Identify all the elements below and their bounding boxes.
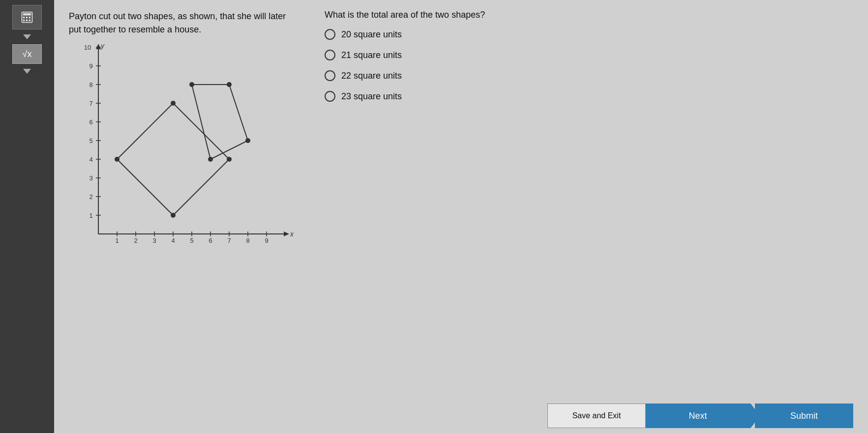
svg-text:7: 7: [227, 237, 231, 244]
radio-circle-2[interactable]: [325, 50, 335, 60]
question-line2: put together to resemble a house.: [69, 25, 201, 34]
bottom-bar: Save and Exit Next Submit: [69, 399, 853, 433]
option-1[interactable]: 20 square units: [325, 29, 485, 40]
y-axis-label: y: [100, 42, 105, 50]
option-3[interactable]: 22 square units: [325, 70, 485, 81]
svg-text:10: 10: [84, 44, 91, 51]
next-button[interactable]: Next: [646, 404, 760, 428]
point-6-4: [208, 157, 213, 162]
svg-text:8: 8: [246, 237, 249, 244]
point-4-1: [171, 213, 176, 218]
point-4-7: [171, 101, 176, 106]
point-7-4: [227, 157, 232, 162]
point-8-5: [245, 138, 250, 143]
x-axis-label: x: [290, 230, 294, 238]
point-1-4: [115, 157, 120, 162]
option-4-label: 23 square units: [341, 91, 402, 102]
coordinate-graph: y x 1 2 3 4 5 6: [69, 42, 295, 254]
sidebar: √x: [0, 0, 54, 433]
svg-text:3: 3: [152, 237, 156, 244]
option-2[interactable]: 21 square units: [325, 50, 485, 60]
svg-rect-3: [26, 17, 28, 19]
radio-circle-4[interactable]: [325, 91, 335, 102]
svg-rect-4: [29, 17, 31, 19]
radio-circle-3[interactable]: [325, 70, 335, 81]
calculator-button[interactable]: [12, 5, 42, 29]
option-2-label: 21 square units: [341, 50, 402, 60]
svg-marker-13: [284, 231, 289, 236]
svg-text:6: 6: [89, 118, 92, 126]
graph-container: y x 1 2 3 4 5 6: [69, 42, 295, 254]
svg-rect-2: [23, 17, 25, 19]
option-3-label: 22 square units: [341, 71, 402, 81]
svg-text:3: 3: [89, 174, 92, 182]
svg-text:2: 2: [134, 237, 137, 244]
svg-rect-7: [29, 20, 31, 22]
svg-text:2: 2: [89, 193, 92, 201]
svg-rect-1: [23, 13, 31, 16]
question-line1: Payton cut out two shapes, as shown, tha…: [69, 11, 286, 21]
svg-text:6: 6: [209, 237, 212, 244]
arrow-down-icon: [23, 34, 31, 39]
svg-text:5: 5: [89, 137, 92, 144]
arrow-down-icon-2: [23, 69, 31, 74]
option-1-label: 20 square units: [341, 29, 402, 40]
question-text: Payton cut out two shapes, as shown, tha…: [69, 10, 295, 36]
svg-text:1: 1: [115, 237, 119, 244]
left-panel: Payton cut out two shapes, as shown, tha…: [69, 10, 295, 399]
svg-text:9: 9: [89, 62, 92, 70]
svg-text:4: 4: [171, 237, 175, 244]
svg-text:9: 9: [265, 237, 268, 244]
svg-text:7: 7: [89, 100, 92, 107]
point-5-8: [189, 82, 194, 87]
svg-text:4: 4: [89, 156, 92, 163]
svg-text:5: 5: [190, 237, 193, 244]
radio-circle-1[interactable]: [325, 29, 335, 40]
save-exit-button[interactable]: Save and Exit: [547, 404, 646, 428]
point-7-8: [227, 82, 232, 87]
svg-text:8: 8: [89, 81, 92, 88]
sqrt-button[interactable]: √x: [12, 44, 42, 64]
svg-rect-9: [98, 47, 285, 234]
sqrt-label: √x: [23, 49, 32, 59]
svg-rect-5: [23, 20, 25, 22]
svg-marker-12: [96, 44, 101, 49]
option-4[interactable]: 23 square units: [325, 91, 485, 102]
submit-button[interactable]: Submit: [755, 404, 853, 428]
svg-text:1: 1: [89, 212, 92, 219]
calculator-icon: [20, 10, 34, 24]
answer-question: What is the total area of the two shapes…: [325, 10, 485, 20]
svg-rect-6: [26, 20, 28, 22]
right-panel: What is the total area of the two shapes…: [325, 10, 485, 399]
main-content: Payton cut out two shapes, as shown, tha…: [54, 0, 868, 433]
question-area: Payton cut out two shapes, as shown, tha…: [69, 10, 853, 399]
